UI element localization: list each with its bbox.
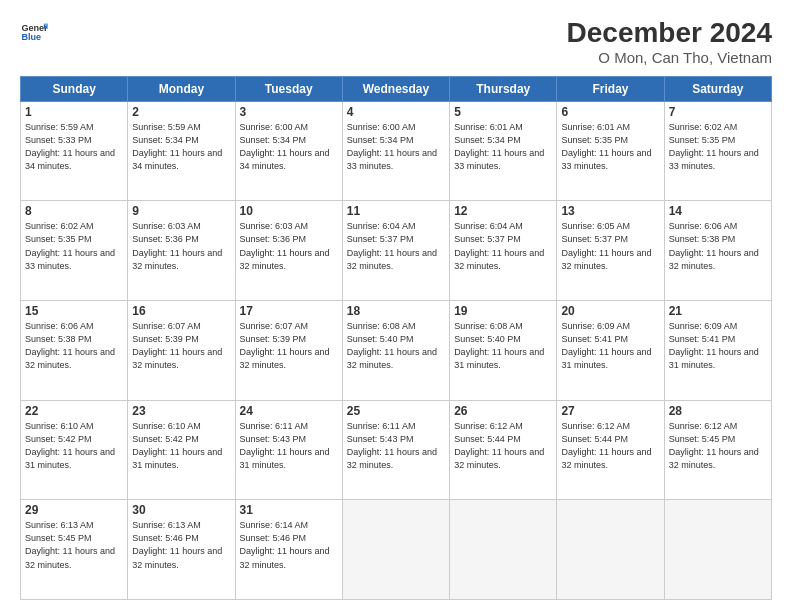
calendar-table: Sunday Monday Tuesday Wednesday Thursday… — [20, 76, 772, 600]
day-number: 24 — [240, 404, 338, 418]
day-number: 18 — [347, 304, 445, 318]
day-info: Sunrise: 6:02 AM Sunset: 5:35 PM Dayligh… — [25, 220, 123, 272]
day-cell-11: 11 Sunrise: 6:04 AM Sunset: 5:37 PM Dayl… — [342, 201, 449, 301]
header-thursday: Thursday — [450, 76, 557, 101]
logo: General Blue — [20, 18, 51, 46]
day-info: Sunrise: 6:07 AM Sunset: 5:39 PM Dayligh… — [132, 320, 230, 372]
day-info: Sunrise: 6:03 AM Sunset: 5:36 PM Dayligh… — [132, 220, 230, 272]
day-number: 28 — [669, 404, 767, 418]
day-number: 5 — [454, 105, 552, 119]
day-info: Sunrise: 6:13 AM Sunset: 5:45 PM Dayligh… — [25, 519, 123, 571]
day-number: 15 — [25, 304, 123, 318]
day-info: Sunrise: 6:05 AM Sunset: 5:37 PM Dayligh… — [561, 220, 659, 272]
day-number: 17 — [240, 304, 338, 318]
header-monday: Monday — [128, 76, 235, 101]
day-info: Sunrise: 6:08 AM Sunset: 5:40 PM Dayligh… — [454, 320, 552, 372]
day-cell-9: 9 Sunrise: 6:03 AM Sunset: 5:36 PM Dayli… — [128, 201, 235, 301]
day-cell-25: 25 Sunrise: 6:11 AM Sunset: 5:43 PM Dayl… — [342, 400, 449, 500]
header-saturday: Saturday — [664, 76, 771, 101]
day-cell-26: 26 Sunrise: 6:12 AM Sunset: 5:44 PM Dayl… — [450, 400, 557, 500]
day-number: 10 — [240, 204, 338, 218]
day-info: Sunrise: 6:01 AM Sunset: 5:34 PM Dayligh… — [454, 121, 552, 173]
day-number: 19 — [454, 304, 552, 318]
day-cell-2: 2 Sunrise: 5:59 AM Sunset: 5:34 PM Dayli… — [128, 101, 235, 201]
day-info: Sunrise: 6:02 AM Sunset: 5:35 PM Dayligh… — [669, 121, 767, 173]
day-number: 30 — [132, 503, 230, 517]
page: General Blue December 2024 O Mon, Can Th… — [0, 0, 792, 612]
day-cell-29: 29 Sunrise: 6:13 AM Sunset: 5:45 PM Dayl… — [21, 500, 128, 600]
day-number: 12 — [454, 204, 552, 218]
day-number: 3 — [240, 105, 338, 119]
empty-cell — [342, 500, 449, 600]
empty-cell — [557, 500, 664, 600]
day-info: Sunrise: 6:10 AM Sunset: 5:42 PM Dayligh… — [132, 420, 230, 472]
calendar-week-row: 29 Sunrise: 6:13 AM Sunset: 5:45 PM Dayl… — [21, 500, 772, 600]
day-cell-20: 20 Sunrise: 6:09 AM Sunset: 5:41 PM Dayl… — [557, 301, 664, 401]
day-number: 26 — [454, 404, 552, 418]
day-info: Sunrise: 6:09 AM Sunset: 5:41 PM Dayligh… — [561, 320, 659, 372]
day-info: Sunrise: 6:07 AM Sunset: 5:39 PM Dayligh… — [240, 320, 338, 372]
header-friday: Friday — [557, 76, 664, 101]
day-number: 2 — [132, 105, 230, 119]
calendar-title: December 2024 — [567, 18, 772, 49]
day-cell-18: 18 Sunrise: 6:08 AM Sunset: 5:40 PM Dayl… — [342, 301, 449, 401]
day-cell-28: 28 Sunrise: 6:12 AM Sunset: 5:45 PM Dayl… — [664, 400, 771, 500]
day-info: Sunrise: 6:00 AM Sunset: 5:34 PM Dayligh… — [347, 121, 445, 173]
calendar-week-row: 1 Sunrise: 5:59 AM Sunset: 5:33 PM Dayli… — [21, 101, 772, 201]
day-cell-12: 12 Sunrise: 6:04 AM Sunset: 5:37 PM Dayl… — [450, 201, 557, 301]
day-info: Sunrise: 6:14 AM Sunset: 5:46 PM Dayligh… — [240, 519, 338, 571]
day-cell-14: 14 Sunrise: 6:06 AM Sunset: 5:38 PM Dayl… — [664, 201, 771, 301]
day-number: 11 — [347, 204, 445, 218]
logo-icon: General Blue — [20, 18, 48, 46]
day-cell-10: 10 Sunrise: 6:03 AM Sunset: 5:36 PM Dayl… — [235, 201, 342, 301]
day-cell-17: 17 Sunrise: 6:07 AM Sunset: 5:39 PM Dayl… — [235, 301, 342, 401]
day-cell-27: 27 Sunrise: 6:12 AM Sunset: 5:44 PM Dayl… — [557, 400, 664, 500]
day-info: Sunrise: 6:08 AM Sunset: 5:40 PM Dayligh… — [347, 320, 445, 372]
empty-cell — [664, 500, 771, 600]
day-info: Sunrise: 6:12 AM Sunset: 5:45 PM Dayligh… — [669, 420, 767, 472]
day-cell-23: 23 Sunrise: 6:10 AM Sunset: 5:42 PM Dayl… — [128, 400, 235, 500]
day-info: Sunrise: 5:59 AM Sunset: 5:33 PM Dayligh… — [25, 121, 123, 173]
title-block: December 2024 O Mon, Can Tho, Vietnam — [567, 18, 772, 66]
day-cell-1: 1 Sunrise: 5:59 AM Sunset: 5:33 PM Dayli… — [21, 101, 128, 201]
empty-cell — [450, 500, 557, 600]
day-number: 7 — [669, 105, 767, 119]
day-info: Sunrise: 6:12 AM Sunset: 5:44 PM Dayligh… — [454, 420, 552, 472]
day-cell-5: 5 Sunrise: 6:01 AM Sunset: 5:34 PM Dayli… — [450, 101, 557, 201]
day-info: Sunrise: 6:06 AM Sunset: 5:38 PM Dayligh… — [25, 320, 123, 372]
day-number: 27 — [561, 404, 659, 418]
calendar-week-row: 8 Sunrise: 6:02 AM Sunset: 5:35 PM Dayli… — [21, 201, 772, 301]
day-number: 16 — [132, 304, 230, 318]
day-cell-21: 21 Sunrise: 6:09 AM Sunset: 5:41 PM Dayl… — [664, 301, 771, 401]
svg-text:Blue: Blue — [21, 32, 41, 42]
day-number: 6 — [561, 105, 659, 119]
day-cell-31: 31 Sunrise: 6:14 AM Sunset: 5:46 PM Dayl… — [235, 500, 342, 600]
day-info: Sunrise: 6:12 AM Sunset: 5:44 PM Dayligh… — [561, 420, 659, 472]
header-wednesday: Wednesday — [342, 76, 449, 101]
day-info: Sunrise: 6:00 AM Sunset: 5:34 PM Dayligh… — [240, 121, 338, 173]
day-cell-13: 13 Sunrise: 6:05 AM Sunset: 5:37 PM Dayl… — [557, 201, 664, 301]
day-info: Sunrise: 6:10 AM Sunset: 5:42 PM Dayligh… — [25, 420, 123, 472]
header-sunday: Sunday — [21, 76, 128, 101]
header: General Blue December 2024 O Mon, Can Th… — [20, 18, 772, 66]
day-cell-8: 8 Sunrise: 6:02 AM Sunset: 5:35 PM Dayli… — [21, 201, 128, 301]
day-cell-24: 24 Sunrise: 6:11 AM Sunset: 5:43 PM Dayl… — [235, 400, 342, 500]
day-cell-16: 16 Sunrise: 6:07 AM Sunset: 5:39 PM Dayl… — [128, 301, 235, 401]
day-info: Sunrise: 6:09 AM Sunset: 5:41 PM Dayligh… — [669, 320, 767, 372]
day-number: 4 — [347, 105, 445, 119]
day-number: 8 — [25, 204, 123, 218]
day-cell-4: 4 Sunrise: 6:00 AM Sunset: 5:34 PM Dayli… — [342, 101, 449, 201]
calendar-week-row: 22 Sunrise: 6:10 AM Sunset: 5:42 PM Dayl… — [21, 400, 772, 500]
day-cell-3: 3 Sunrise: 6:00 AM Sunset: 5:34 PM Dayli… — [235, 101, 342, 201]
day-info: Sunrise: 6:04 AM Sunset: 5:37 PM Dayligh… — [454, 220, 552, 272]
day-cell-15: 15 Sunrise: 6:06 AM Sunset: 5:38 PM Dayl… — [21, 301, 128, 401]
day-info: Sunrise: 6:06 AM Sunset: 5:38 PM Dayligh… — [669, 220, 767, 272]
day-info: Sunrise: 6:11 AM Sunset: 5:43 PM Dayligh… — [347, 420, 445, 472]
day-number: 22 — [25, 404, 123, 418]
day-number: 25 — [347, 404, 445, 418]
day-number: 21 — [669, 304, 767, 318]
calendar-subtitle: O Mon, Can Tho, Vietnam — [567, 49, 772, 66]
day-number: 1 — [25, 105, 123, 119]
day-cell-30: 30 Sunrise: 6:13 AM Sunset: 5:46 PM Dayl… — [128, 500, 235, 600]
day-number: 31 — [240, 503, 338, 517]
